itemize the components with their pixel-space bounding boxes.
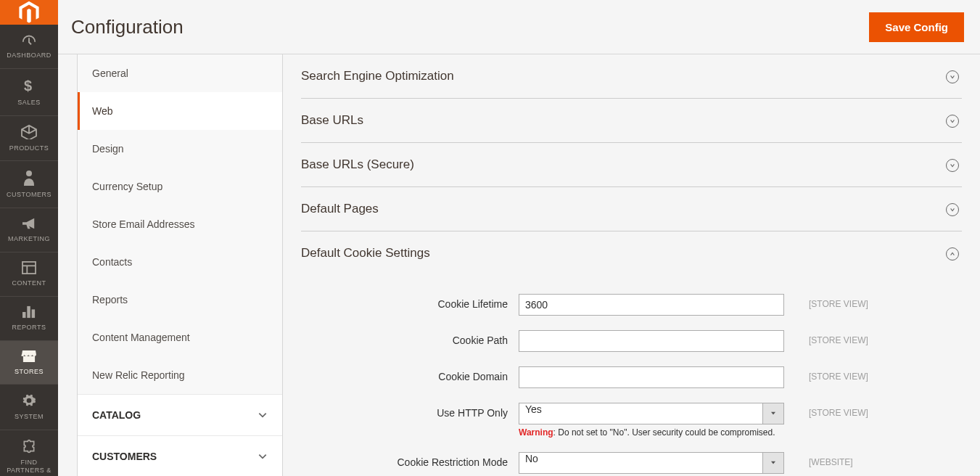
cookie-domain-input[interactable] <box>519 366 784 388</box>
magento-logo-icon <box>17 0 41 25</box>
svg-rect-7 <box>32 309 36 318</box>
cookie-path-input[interactable] <box>519 330 784 352</box>
storefront-icon <box>21 350 37 364</box>
section-default-pages[interactable]: Default Pages <box>301 187 962 231</box>
cookie-restriction-select[interactable]: No <box>519 452 784 474</box>
caret-down-icon <box>762 403 784 424</box>
main-region: Configuration Save Config General Web De… <box>58 0 980 476</box>
field-label: Cookie Domain <box>301 366 519 382</box>
field-cookie-domain: Cookie Domain [STORE VIEW] <box>301 366 962 388</box>
nav-label: STORES <box>15 368 44 376</box>
select-value: No <box>519 452 762 474</box>
warning-prefix: Warning <box>519 427 553 438</box>
nav-products[interactable]: PRODUCTS <box>0 116 58 162</box>
section-title: Default Cookie Settings <box>301 246 962 260</box>
config-sidebar: General Web Design Currency Setup Store … <box>77 54 283 476</box>
sidebar-item-contacts[interactable]: Contacts <box>78 243 282 281</box>
field-cookie-restriction: Cookie Restriction Mode No [WEBSITE] <box>301 452 962 474</box>
sidebar-item-cms[interactable]: Content Management <box>78 319 282 356</box>
svg-rect-2 <box>22 262 36 274</box>
general-group: General Web Design Currency Setup Store … <box>78 54 282 394</box>
sidebar-item-general[interactable]: General <box>78 54 282 92</box>
chevron-down-icon <box>258 451 268 461</box>
chevron-down-icon <box>258 410 268 420</box>
section-base-urls-secure[interactable]: Base URLs (Secure) <box>301 143 962 187</box>
sidebar-item-design[interactable]: Design <box>78 130 282 168</box>
dollar-icon: $ <box>24 78 34 95</box>
chevron-down-icon <box>946 159 959 172</box>
box-icon <box>21 125 37 141</box>
nav-content[interactable]: CONTENT <box>0 253 58 297</box>
svg-text:$: $ <box>24 78 33 94</box>
nav-reports[interactable]: REPORTS <box>0 297 58 341</box>
field-label: Use HTTP Only <box>301 403 519 419</box>
section-seo[interactable]: Search Engine Optimization <box>301 54 962 99</box>
nav-partners[interactable]: FIND PARTNERS & EXTENSIONS <box>0 430 58 476</box>
nav-customers[interactable]: CUSTOMERS <box>0 161 58 208</box>
chevron-up-icon <box>946 247 959 260</box>
scope-label: [STORE VIEW] <box>784 330 886 345</box>
cookie-lifetime-input[interactable] <box>519 294 784 316</box>
section-base-urls[interactable]: Base URLs <box>301 99 962 143</box>
scope-label: [WEBSITE] <box>784 452 886 467</box>
svg-rect-6 <box>27 306 30 318</box>
sidebar-item-web[interactable]: Web <box>78 92 282 130</box>
section-title: Search Engine Optimization <box>301 69 962 83</box>
sidebar-item-newrelic[interactable]: New Relic Reporting <box>78 356 282 394</box>
field-cookie-lifetime: Cookie Lifetime [STORE VIEW] <box>301 294 962 316</box>
nav-dashboard[interactable]: DASHBOARD <box>0 25 58 69</box>
field-label: Cookie Restriction Mode <box>301 452 519 468</box>
section-title: Base URLs <box>301 113 962 128</box>
svg-point-1 <box>26 171 32 176</box>
cookie-form: Cookie Lifetime [STORE VIEW] Cookie Path… <box>301 275 962 474</box>
nav-label: FIND PARTNERS & EXTENSIONS <box>3 459 55 476</box>
http-only-note: Warning: Do not set to "No". User securi… <box>519 427 784 438</box>
sidebar-item-email[interactable]: Store Email Addresses <box>78 205 282 243</box>
bars-icon <box>22 305 36 320</box>
main-nav: DASHBOARD $ SALES PRODUCTS CUSTOMERS MAR… <box>0 0 58 476</box>
field-label: Cookie Lifetime <box>301 294 519 310</box>
gauge-icon <box>21 33 37 48</box>
section-title: Base URLs (Secure) <box>301 157 962 172</box>
puzzle-icon <box>22 439 36 455</box>
nav-sales[interactable]: $ SALES <box>0 69 58 116</box>
warning-text: : Do not set to "No". User security coul… <box>553 427 775 438</box>
nav-label: PRODUCTS <box>9 144 49 152</box>
nav-system[interactable]: SYSTEM <box>0 385 58 430</box>
svg-rect-5 <box>22 312 26 318</box>
page-title: Configuration <box>71 16 184 38</box>
caret-down-icon <box>762 452 784 474</box>
chevron-down-icon <box>946 115 959 128</box>
group-label: CUSTOMERS <box>92 451 157 462</box>
scope-label: [STORE VIEW] <box>784 403 886 418</box>
nav-stores[interactable]: STORES <box>0 341 58 385</box>
logo[interactable] <box>0 0 58 25</box>
group-catalog[interactable]: CATALOG <box>78 394 282 435</box>
person-icon <box>23 170 35 187</box>
sidebar-item-currency[interactable]: Currency Setup <box>78 168 282 205</box>
http-only-select[interactable]: Yes <box>519 403 784 424</box>
page-header: Configuration Save Config <box>58 0 980 54</box>
group-customers[interactable]: CUSTOMERS <box>78 435 282 476</box>
sidebar-item-reports[interactable]: Reports <box>78 281 282 319</box>
save-config-button[interactable]: Save Config <box>869 12 964 42</box>
megaphone-icon <box>21 217 37 231</box>
nav-label: DASHBOARD <box>7 52 52 60</box>
field-label: Cookie Path <box>301 330 519 346</box>
scope-label: [STORE VIEW] <box>784 294 886 309</box>
nav-marketing[interactable]: MARKETING <box>0 208 58 253</box>
section-cookie-settings[interactable]: Default Cookie Settings <box>301 231 962 275</box>
nav-label: CONTENT <box>12 279 46 287</box>
section-title: Default Pages <box>301 202 962 216</box>
field-http-only: Use HTTP Only Yes Warning: Do not set to… <box>301 403 962 438</box>
nav-label: REPORTS <box>12 324 46 332</box>
layout-icon <box>22 261 36 276</box>
nav-label: SYSTEM <box>15 413 44 421</box>
chevron-down-icon <box>946 203 959 216</box>
field-cookie-path: Cookie Path [STORE VIEW] <box>301 330 962 352</box>
gear-icon <box>22 393 36 409</box>
group-label: CATALOG <box>92 409 141 421</box>
nav-label: CUSTOMERS <box>7 191 52 199</box>
nav-label: SALES <box>17 99 41 107</box>
config-panel: Search Engine Optimization Base URLs Bas… <box>283 54 980 476</box>
